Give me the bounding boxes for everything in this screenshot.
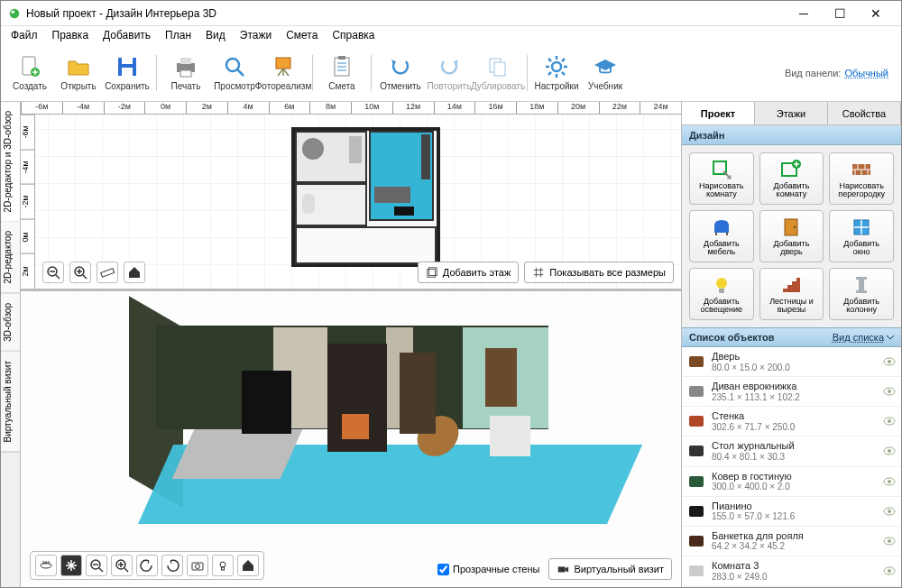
object-item[interactable]: Дверь80.0 × 15.0 × 200.0 xyxy=(682,347,901,377)
add-furniture-tool[interactable]: Добавить мебель xyxy=(689,210,754,262)
view-3d-canvas[interactable]: 360 Прозрачные стены Виртуальный визит xyxy=(21,291,681,587)
ruler-v-tick: -4м xyxy=(21,150,34,185)
add-room-tool[interactable]: Добавить комнату xyxy=(759,152,824,205)
visibility-toggle[interactable] xyxy=(883,445,896,457)
svg-line-26 xyxy=(562,72,565,75)
create-button[interactable]: Создать xyxy=(6,47,53,99)
orbit-right-button[interactable] xyxy=(161,555,183,576)
menu-смета[interactable]: Смета xyxy=(280,27,324,43)
view-3d-right-controls: Прозрачные стены Виртуальный визит xyxy=(437,558,672,580)
panel-view-link[interactable]: Обычный xyxy=(844,68,888,78)
visibility-toggle[interactable] xyxy=(883,385,896,398)
virtual-visit-button[interactable]: Виртуальный визит xyxy=(548,558,672,580)
add-light-tool[interactable]: Добавить освещение xyxy=(689,268,754,320)
section-design-header: Дизайн xyxy=(682,125,901,145)
undo-button[interactable]: Отменить xyxy=(377,47,424,99)
object-item[interactable]: Диван еврокнижка235.1 × 113.1 × 102.2 xyxy=(682,377,901,407)
svg-point-54 xyxy=(220,562,226,567)
menu-вид[interactable]: Вид xyxy=(199,27,232,43)
photoreal-button[interactable]: Фотореализм xyxy=(260,47,307,99)
floorplan[interactable] xyxy=(291,127,440,267)
stairs-tool[interactable]: Лестницы и вырезы xyxy=(759,268,824,320)
ruler-h-tick: 22м xyxy=(599,102,640,114)
add-light-icon xyxy=(711,274,732,296)
pan-button[interactable] xyxy=(60,555,82,576)
object-item[interactable]: Банкетка для рояля64.2 × 34.2 × 45.2 xyxy=(682,527,901,556)
menu-правка[interactable]: Правка xyxy=(46,27,96,43)
object-item[interactable]: Стенка302.6 × 71.7 × 250.0 xyxy=(682,407,901,436)
zoom-out-button[interactable] xyxy=(42,262,64,283)
orbit-left-button[interactable] xyxy=(136,555,158,576)
save-button[interactable]: Сохранить xyxy=(104,47,151,99)
settings-button[interactable]: Настройки xyxy=(533,47,580,99)
add-furniture-label: Добавить мебель xyxy=(704,240,740,257)
menu-добавить[interactable]: Добавить xyxy=(97,27,157,43)
visibility-toggle[interactable] xyxy=(883,505,896,518)
add-floor-button[interactable]: Добавить этаж xyxy=(418,262,519,283)
draw-room-tool[interactable]: Нарисовать комнату xyxy=(689,152,754,205)
menu-этажи[interactable]: Этажи xyxy=(234,27,278,43)
transparent-walls-checkbox[interactable]: Прозрачные стены xyxy=(437,564,539,575)
minimize-button[interactable]: ─ xyxy=(786,3,822,24)
close-button[interactable]: ✕ xyxy=(858,3,894,24)
svg-rect-68 xyxy=(726,233,728,235)
ruler-h-tick: 0м xyxy=(144,102,186,114)
menu-файл[interactable]: Файл xyxy=(5,27,44,43)
open-button[interactable]: Открыть xyxy=(55,47,102,99)
object-item[interactable]: Стол журнальный80.4 × 80.1 × 30.3 xyxy=(682,436,901,466)
left-tab-1[interactable]: 2D-редактор xyxy=(1,222,20,294)
floppy-icon xyxy=(115,54,140,79)
add-column-tool[interactable]: Добавить колонну xyxy=(829,268,894,320)
visibility-toggle[interactable] xyxy=(883,565,896,577)
right-tab-Проект[interactable]: Проект xyxy=(682,102,755,124)
svg-point-90 xyxy=(888,449,891,453)
left-tab-3[interactable]: Виртуальный визит xyxy=(1,352,20,453)
print-label: Печать xyxy=(171,81,201,91)
object-item[interactable]: Ковер в гостиную300.0 × 400.0 × 2.0 xyxy=(682,467,901,497)
tutorial-button[interactable]: Учебник xyxy=(582,47,629,99)
visibility-toggle[interactable] xyxy=(883,475,896,488)
ruler-h-tick: 20м xyxy=(557,102,599,114)
camera-button[interactable] xyxy=(187,555,208,576)
room-hall[interactable] xyxy=(295,226,437,264)
svg-point-99 xyxy=(888,539,891,543)
room-living[interactable] xyxy=(369,131,434,221)
zoom-out-3d-button[interactable] xyxy=(86,555,107,576)
list-view-link[interactable]: Вид списка xyxy=(833,332,894,343)
zoom-in-3d-button[interactable] xyxy=(111,555,133,576)
ruler-h-tick: 12м xyxy=(392,102,434,114)
transparent-walls-input[interactable] xyxy=(437,564,449,575)
maximize-button[interactable]: ☐ xyxy=(822,3,858,24)
home-button[interactable] xyxy=(124,262,145,283)
visibility-toggle[interactable] xyxy=(883,415,896,427)
object-item[interactable]: Пианино155.0 × 57.0 × 121.6 xyxy=(682,497,901,527)
ruler-horizontal: -6м-4м-2м0м2м4м6м8м10м12м14м16м18м20м22м… xyxy=(21,102,681,115)
zoom-in-button[interactable] xyxy=(69,262,91,283)
preview-button[interactable]: Просмотр xyxy=(211,47,258,99)
draw-wall-tool[interactable]: Нарисовать перегородку xyxy=(829,152,894,205)
room-wc[interactable] xyxy=(295,183,367,226)
home-3d-button[interactable] xyxy=(237,555,259,576)
visibility-toggle[interactable] xyxy=(883,535,896,547)
add-window-tool[interactable]: Добавить окно xyxy=(829,210,894,262)
plan-2d-canvas[interactable]: -6м-4м-2м0м2м4м6м8м10м12м14м16м18м20м22м… xyxy=(21,102,681,291)
show-dimensions-button[interactable]: Показывать все размеры xyxy=(524,262,674,283)
right-tab-Свойства[interactable]: Свойства xyxy=(828,102,901,124)
print-button[interactable]: Печать xyxy=(162,47,209,99)
left-tab-2[interactable]: 3D-обзор xyxy=(1,294,20,352)
menu-справка[interactable]: Справка xyxy=(326,27,381,43)
measure-button[interactable] xyxy=(97,262,118,283)
left-tab-0[interactable]: 2D-редактор и 3D-обзор xyxy=(1,102,20,222)
menu-план[interactable]: План xyxy=(159,27,198,43)
ruler-h-tick: 16м xyxy=(474,102,516,114)
room-bathroom[interactable] xyxy=(295,131,367,183)
object-list[interactable]: Дверь80.0 × 15.0 × 200.0 Диван еврокнижк… xyxy=(682,347,901,587)
estimate-button[interactable]: Смета xyxy=(318,47,365,99)
rotate-360-button[interactable]: 360 xyxy=(35,555,57,576)
light-button[interactable] xyxy=(212,555,234,576)
panel-label-text: Вид панели: xyxy=(785,68,841,78)
add-door-tool[interactable]: Добавить дверь xyxy=(759,210,824,262)
visibility-toggle[interactable] xyxy=(883,355,896,368)
right-tab-Этажи[interactable]: Этажи xyxy=(755,102,828,124)
object-item[interactable]: Комната 3283.0 × 249.0 xyxy=(682,556,901,586)
